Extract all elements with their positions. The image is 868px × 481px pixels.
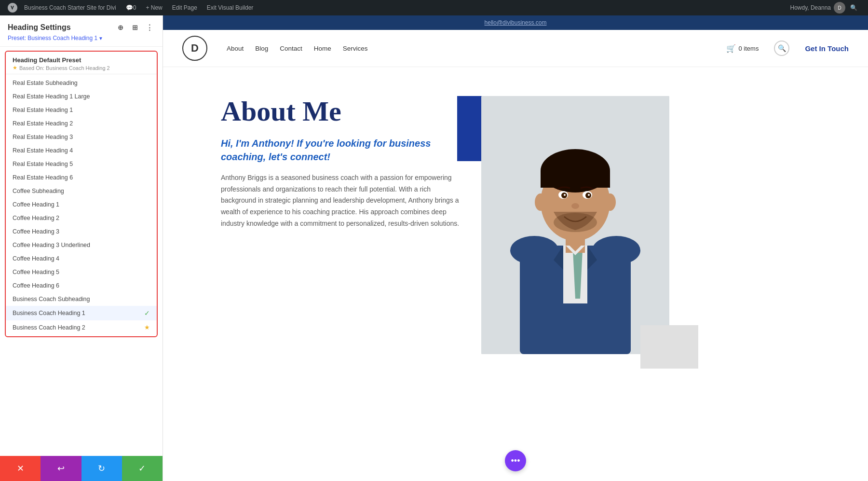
presets-default-title: Heading Default Preset [13, 56, 150, 64]
admin-search-button[interactable]: 🔍 [845, 0, 862, 15]
svg-point-15 [588, 194, 590, 196]
preset-item[interactable]: Real Estate Heading 6 [6, 171, 157, 184]
preset-item[interactable]: Coffee Heading 2 [6, 211, 157, 225]
preset-item[interactable]: Coffee Heading 3 [6, 225, 157, 238]
preset-item[interactable]: Real Estate Heading 1 [6, 103, 157, 117]
svg-point-17 [554, 213, 597, 232]
preset-item-label: Coffee Heading 3 Underlined [13, 242, 90, 248]
wp-admin-bar: Business Coach Starter Site for Divi 💬 0… [0, 0, 868, 15]
preset-item-label: Coffee Heading 4 [13, 255, 59, 262]
preset-star-icon: ★ [144, 324, 150, 331]
nav-link-blog[interactable]: Blog [255, 45, 268, 52]
svg-point-16 [571, 203, 579, 209]
preset-item[interactable]: Coffee Subheading [6, 184, 157, 198]
presets-dropdown-box: Heading Default Preset ★ Based On: Busin… [5, 51, 158, 337]
preset-item[interactable]: Business Coach Heading 2★ [6, 320, 157, 334]
cart-area[interactable]: 🛒 0 items [726, 44, 759, 53]
site-topbar: hello@divibusiness.com [163, 15, 868, 30]
nav-link-services[interactable]: Services [343, 45, 368, 52]
about-text: About Me Hi, I'm Anthony! If you're look… [221, 96, 462, 230]
about-section: About Me Hi, I'm Anthony! If you're look… [163, 67, 868, 383]
wp-logo-icon [8, 3, 17, 13]
redo-button[interactable]: ↻ [81, 456, 122, 481]
site-logo: D [182, 36, 207, 61]
preset-item-label: Coffee Subheading [13, 188, 64, 194]
svg-point-19 [592, 236, 640, 265]
cancel-button[interactable]: ✕ [0, 456, 41, 481]
preset-item[interactable]: Real Estate Heading 2 [6, 117, 157, 130]
admin-new[interactable]: + New [141, 0, 167, 15]
site-nav: D About Blog Contact Home Services 🛒 0 i… [163, 30, 868, 67]
site-email-link[interactable]: hello@divibusiness.com [485, 19, 547, 26]
floating-dots-button[interactable]: ••• [505, 450, 526, 471]
preset-item-label: Coffee Heading 3 [13, 228, 59, 235]
preset-item[interactable]: Real Estate Heading 1 Large [6, 90, 157, 103]
person-illustration [481, 96, 669, 354]
svg-rect-7 [541, 171, 610, 188]
panel-header: Heading Settings ⊕ ⊞ ⋮ Preset: Business … [0, 15, 163, 47]
nav-links: About Blog Contact Home Services [227, 45, 368, 52]
confirm-button[interactable]: ✓ [122, 456, 163, 481]
preset-item-label: Real Estate Heading 1 Large [13, 93, 90, 100]
preset-item[interactable]: Coffee Heading 5 [6, 265, 157, 279]
preset-item[interactable]: Coffee Heading 6 [6, 279, 157, 292]
preset-item[interactable]: Coffee Heading 4 [6, 252, 157, 265]
preset-item-label: Business Coach Subheading [13, 296, 90, 302]
panel-icon-target[interactable]: ⊕ [115, 22, 126, 33]
panel-title-row: Heading Settings ⊕ ⊞ ⋮ [8, 22, 155, 33]
admin-site-name[interactable]: Business Coach Starter Site for Divi [19, 0, 121, 15]
preset-item-label: Coffee Heading 1 [13, 201, 59, 208]
panel-footer: ✕ ↩ ↻ ✓ [0, 456, 163, 481]
nav-link-contact[interactable]: Contact [280, 45, 302, 52]
admin-exit-vb[interactable]: Exit Visual Builder [202, 0, 258, 15]
svg-point-18 [510, 236, 558, 265]
preset-item[interactable]: Real Estate Heading 3 [6, 130, 157, 144]
svg-point-8 [535, 193, 546, 211]
preset-item-label: Real Estate Heading 3 [13, 134, 73, 140]
person-photo [481, 96, 669, 354]
panel-icon-grid[interactable]: ⊞ [130, 22, 140, 33]
admin-edit-page[interactable]: Edit Page [167, 0, 202, 15]
admin-comments[interactable]: 💬 0 [121, 0, 141, 15]
preset-item-label: Real Estate Heading 2 [13, 120, 73, 127]
preset-chevron-icon: ▼ [98, 36, 103, 41]
blue-accent-rect [457, 96, 484, 161]
get-in-touch-button[interactable]: Get In Touch [805, 44, 849, 53]
nav-link-about[interactable]: About [227, 45, 244, 52]
preset-item[interactable]: Business Coach Subheading [6, 292, 157, 306]
svg-point-14 [564, 194, 566, 196]
preset-item[interactable]: Real Estate Heading 4 [6, 144, 157, 157]
presets-list: Real Estate SubheadingReal Estate Headin… [6, 74, 157, 336]
admin-avatar: D [834, 2, 845, 14]
heading-settings-panel: Heading Settings ⊕ ⊞ ⋮ Preset: Business … [0, 15, 163, 481]
site-search-button[interactable]: 🔍 [774, 41, 789, 56]
panel-icon-more[interactable]: ⋮ [144, 22, 155, 33]
nav-link-home[interactable]: Home [314, 45, 331, 52]
preset-item[interactable]: Coffee Heading 1 [6, 198, 157, 211]
wp-logo[interactable] [6, 0, 19, 15]
preset-item[interactable]: Coffee Heading 3 Underlined [6, 238, 157, 252]
preset-item-label: Real Estate Heading 4 [13, 147, 73, 154]
preset-item[interactable]: Business Coach Heading 1✓ [6, 306, 157, 320]
preset-item[interactable]: Real Estate Heading 5 [6, 157, 157, 171]
cart-count: 0 items [739, 45, 759, 52]
preset-item-label: Real Estate Heading 6 [13, 174, 73, 181]
admin-howdy: Howdy, Deanna D [790, 2, 846, 14]
about-body: Anthony Briggs is a seasoned business co… [221, 172, 462, 230]
preset-item-label: Real Estate Subheading [13, 80, 78, 86]
panel-preset-selector[interactable]: Preset: Business Coach Heading 1 ▼ [8, 35, 155, 41]
presets-based-on: ★ Based On: Business Coach Heading 2 [13, 65, 150, 71]
preset-item[interactable]: Real Estate Subheading [6, 76, 157, 90]
about-title: About Me [221, 96, 462, 127]
cart-icon: 🛒 [726, 44, 736, 53]
preset-item-label: Business Coach Heading 2 [13, 324, 85, 331]
preset-item-label: Coffee Heading 6 [13, 282, 59, 289]
undo-button[interactable]: ↩ [41, 456, 81, 481]
preset-item-label: Real Estate Heading 5 [13, 161, 73, 167]
preset-item-label: Real Estate Heading 1 [13, 107, 73, 113]
preset-item-label: Business Coach Heading 1 [13, 310, 85, 316]
about-subtitle: Hi, I'm Anthony! If you're looking for b… [221, 137, 462, 164]
preset-check-icon: ✓ [144, 309, 150, 317]
about-image-area [481, 96, 684, 354]
panel-title-icons: ⊕ ⊞ ⋮ [115, 22, 155, 33]
